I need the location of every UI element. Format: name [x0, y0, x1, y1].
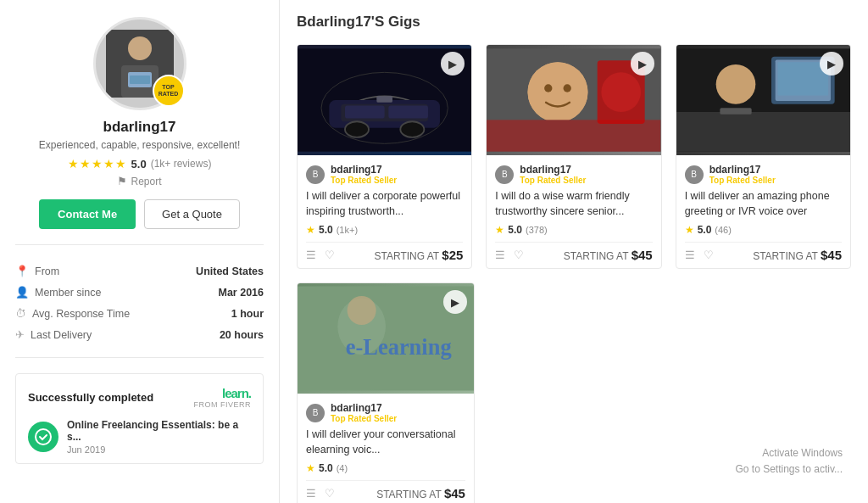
seller-name-2: bdarling17	[520, 164, 586, 176]
learn-logo-sub: FROM FIVERR	[194, 400, 252, 409]
gig-title-1: I will deliver a corporate powerful insp…	[306, 189, 463, 219]
last-delivery-value: 20 hours	[220, 329, 264, 341]
learn-logo-text: learn.	[194, 386, 252, 400]
gig-count-1: (1k+)	[337, 225, 358, 235]
info-response-time: ⏱ Avg. Response Time 1 hour	[15, 303, 264, 324]
heart-icon-4[interactable]: ♡	[325, 487, 335, 500]
seller-badge-3: Top Rated Seller	[709, 176, 776, 185]
rating-number: 5.0	[131, 158, 147, 170]
seller-avatar-3: B	[685, 165, 704, 184]
svg-point-5	[36, 429, 51, 444]
page-title: Bdarling17'S Gigs	[297, 14, 851, 31]
contact-me-button[interactable]: Contact Me	[39, 199, 136, 229]
sidebar: TOP RATED bdarling17 Experienced, capabl…	[0, 0, 280, 503]
gig-count-4: (4)	[337, 463, 348, 473]
gig-price-3: STARTING AT $45	[753, 248, 842, 262]
cert-completed-label: Successfully completed	[28, 391, 153, 404]
gig-price-1: STARTING AT $25	[375, 248, 464, 262]
cert-name: Online Freelancing Essentials: be a s...	[67, 419, 251, 443]
gig-price-4: STARTING AT $45	[376, 486, 465, 500]
gig-rating-2: 5.0	[508, 224, 522, 236]
flag-icon: ⚑	[117, 175, 127, 187]
menu-icon-2[interactable]: ☰	[495, 249, 505, 261]
info-member-since: 👤 Member since Mar 2016	[15, 282, 264, 303]
gigs-row2: e-Learning ▶ B bdarling17 Top Rated Sell…	[297, 282, 851, 503]
gig-card-3[interactable]: ▶ B bdarling17 Top Rated Seller I will d…	[676, 44, 851, 269]
gig-title-4: I will deliver your conversational elear…	[306, 428, 465, 457]
info-last-delivery: ✈ Last Delivery 20 hours	[15, 324, 264, 345]
cert-date: Jun 2019	[67, 444, 251, 455]
menu-icon-4[interactable]: ☰	[306, 487, 316, 500]
info-table: 📍 From United States 👤 Member since Mar …	[15, 260, 264, 358]
clock-icon: ⏱	[15, 307, 26, 320]
play-button-3[interactable]: ▶	[820, 52, 843, 75]
avatar-wrap: TOP RATED	[93, 17, 186, 110]
gig-rating-3: 5.0	[698, 224, 712, 236]
gig-body-4: B bdarling17 Top Rated Seller I will del…	[298, 394, 474, 503]
svg-point-11	[400, 121, 424, 137]
svg-rect-20	[487, 120, 660, 151]
svg-rect-14	[376, 96, 392, 102]
cert-item: Online Freelancing Essentials: be a s...…	[28, 419, 251, 455]
seller-badge-4: Top Rated Seller	[331, 414, 397, 423]
gig-card-1[interactable]: ▶ B bdarling17 Top Rated Seller I will d…	[297, 44, 472, 269]
gig-star-3: ★	[685, 224, 694, 236]
member-since-label: Member since	[35, 287, 102, 299]
gig-star-1: ★	[306, 224, 315, 236]
seller-avatar-2: B	[495, 165, 514, 184]
play-button-4[interactable]: ▶	[443, 290, 467, 314]
svg-point-17	[528, 62, 588, 122]
gig-body-2: B bdarling17 Top Rated Seller I will do …	[487, 155, 660, 268]
gig-count-3: (46)	[715, 225, 732, 235]
main-content: Bdarling17'S Gigs	[280, 0, 868, 503]
heart-icon-1[interactable]: ♡	[325, 249, 335, 261]
seller-badge-1: Top Rated Seller	[331, 176, 397, 185]
gig-thumb-3: ▶	[676, 45, 850, 155]
fiverr-learn-logo: learn. FROM FIVERR	[194, 386, 252, 409]
response-time-value: 1 hour	[231, 308, 264, 320]
username: bdarling17	[103, 119, 176, 136]
gig-star-2: ★	[495, 224, 504, 236]
profile-section: TOP RATED bdarling17 Experienced, capabl…	[15, 17, 264, 245]
gigs-grid: ▶ B bdarling17 Top Rated Seller I will d…	[297, 44, 851, 269]
location-icon: 📍	[15, 265, 29, 277]
heart-icon-2[interactable]: ♡	[514, 249, 524, 261]
svg-point-22	[602, 72, 642, 112]
menu-icon-1[interactable]: ☰	[306, 249, 316, 261]
certificate-section: Successfully completed learn. FROM FIVER…	[15, 373, 264, 464]
svg-point-1	[128, 36, 152, 60]
report-label: Report	[131, 176, 161, 187]
from-label: From	[35, 265, 59, 277]
gig-thumb-4: e-Learning ▶	[298, 283, 474, 394]
delivery-icon: ✈	[15, 328, 25, 341]
svg-point-27	[715, 64, 755, 104]
svg-rect-13	[388, 106, 428, 119]
svg-point-19	[564, 84, 571, 92]
info-from: 📍 From United States	[15, 260, 264, 282]
person-icon: 👤	[15, 286, 29, 299]
cert-badge-icon	[28, 422, 58, 452]
svg-point-18	[544, 84, 552, 92]
report-link[interactable]: ⚑ Report	[117, 175, 161, 187]
get-quote-button[interactable]: Get a Quote	[144, 199, 240, 229]
gig-body-3: B bdarling17 Top Rated Seller I will del…	[676, 155, 850, 268]
gig-card-2[interactable]: ▶ B bdarling17 Top Rated Seller I will d…	[486, 44, 661, 269]
seller-name-4: bdarling17	[331, 402, 397, 414]
gig-body-1: B bdarling17 Top Rated Seller I will del…	[298, 155, 471, 268]
seller-name-1: bdarling17	[331, 164, 397, 176]
gig-card-4[interactable]: e-Learning ▶ B bdarling17 Top Rated Sell…	[297, 282, 475, 503]
menu-icon-3[interactable]: ☰	[685, 249, 695, 261]
seller-avatar-1: B	[306, 165, 325, 184]
svg-rect-28	[676, 112, 850, 152]
cert-header: Successfully completed learn. FROM FIVER…	[28, 386, 251, 409]
gig-title-2: I will do a wise warm friendly trustwort…	[495, 189, 652, 219]
stars-icon: ★★★★★	[68, 157, 127, 170]
gig-title-3: I will deliver an amazing phone greeting…	[685, 189, 842, 219]
heart-icon-3[interactable]: ♡	[704, 249, 714, 261]
rating-row: ★★★★★ 5.0 (1k+ reviews)	[68, 157, 212, 170]
action-buttons: Contact Me Get a Quote	[15, 199, 264, 229]
play-button-2[interactable]: ▶	[631, 52, 654, 75]
top-rated-badge: TOP RATED	[153, 75, 185, 107]
member-since-value: Mar 2016	[218, 287, 264, 299]
svg-point-10	[345, 121, 369, 137]
